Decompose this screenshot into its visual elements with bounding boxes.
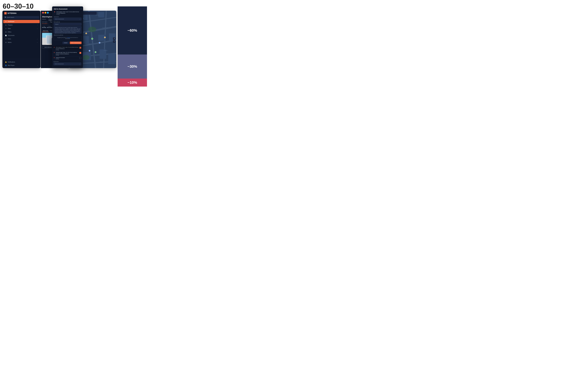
browse-link[interactable]: browse [67,37,70,38]
svg-text:MAYFAIR: MAYFAIR [95,15,99,15]
sidebar-item-user[interactable]: 👤 Max Payne › [3,64,40,67]
sidebar-item-label: Admin [8,42,36,43]
color-block-60: ~60% [118,6,147,54]
app-window: S SITENNA 🔍 Quick Search ⊟ Dashboard ⊞ P… [2,11,41,68]
sidebar-item-inbox[interactable]: ✉ Inbox ⌄ [3,37,40,41]
checklist-site-name: Gainsborough Tower 33-122 (Con) Academy … [56,52,79,55]
svg-rect-31 [113,37,115,40]
minimize-circle-icon[interactable] [44,12,46,14]
modal-1-close-button[interactable]: × [81,8,82,10]
svg-rect-19 [108,53,116,64]
chevron-down-icon: ⌄ [79,63,80,64]
svg-rect-11 [98,12,104,17]
svg-point-24 [99,42,100,43]
logo-icon: S [4,12,7,14]
pin-icon: 📍 [54,11,56,13]
svg-rect-15 [109,33,116,41]
spec-subtype: Subtype New Build [47,26,52,28]
sidebar-item-label: Offers [8,31,38,33]
user-icon: 👤 [5,64,7,66]
logo-text: SITENNA [8,12,17,14]
inbox-icon: ✉ [5,38,7,40]
search-icon: 🔍 [5,17,6,18]
tab-street-view[interactable]: Street View [42,30,49,32]
user-label: Max Payne [8,65,36,66]
sidebar-item-documents[interactable]: 📄 Documents [3,34,40,37]
color-blocks: ~60% ~30% ~10% [118,6,147,87]
assessment-select[interactable]: Select Assessment ⌄ [54,18,82,21]
add-to-assessment-confirm-button[interactable]: Add to Assessment [70,42,82,44]
checklist-item-4[interactable]: 📍 Heathrow Excelsior Rooftop [53,56,81,60]
note-textarea[interactable]: Modern antennas are used in a wide range… [54,26,82,33]
svg-point-21 [83,55,90,60]
svg-rect-17 [82,52,91,60]
sidebar-footer: 🔔 Notifications 👤 Max Payne › [2,59,41,68]
percent-10: ~10% [127,80,137,85]
dashboard-icon: ⊟ [5,21,7,22]
sidebar-item-admin[interactable]: ⚙ Admin ⌄ [3,41,40,44]
chevron-right-icon: › [37,65,38,66]
svg-point-28 [89,50,90,52]
notifications-icon: 🔔 [5,61,7,63]
modal-1-actions: Cancel Add to Assessment [54,42,82,44]
admin-icon: ⚙ [5,42,7,43]
modal-1-site-name: Sherringham Tower 1(A)-72 (Con) Baird Av… [56,11,82,14]
quick-search-bar[interactable]: 🔍 Quick Search [4,16,39,19]
checklist-item-3[interactable]: 📍 Gainsborough Tower 33-122 (Con) Academ… [53,51,81,56]
sidebar-logo: S SITENNA [2,11,41,15]
checklist-site-sub: Rooftop [56,49,79,50]
sidebar-item-dashboard[interactable]: ⊟ Dashboard [3,20,40,23]
assessment-select-2[interactable]: Select Assessment ⌄ [53,62,81,65]
documents-icon: 📄 [5,35,7,36]
offers-icon: ⊠ [5,31,7,33]
svg-point-27 [95,52,96,53]
search-label: Quick Search [7,17,14,18]
svg-point-23 [85,33,87,34]
detail-header-icons [42,12,49,14]
modal-1-header: Add to Assessment × [54,8,82,10]
checklist-item-2[interactable]: 📍 Sherringham Tower 1(A)-72 (Con) Baird … [53,46,81,51]
sidebar-item-label: Projects [8,24,36,26]
checklist-site-sub: Rooftop [56,55,79,56]
chevron-down-icon: ⌄ [79,19,80,20]
note-label: Note (optional) [54,21,82,22]
svg-text:+: + [114,38,115,39]
unchecked-icon[interactable] [79,57,81,59]
chevron-down-icon: ⌄ [48,23,49,24]
sidebar-item-projects[interactable]: ⊞ Projects › [3,23,40,27]
sidebar-item-sites[interactable]: ⊙ Sites ⌄ [3,27,40,30]
assessment-label: Assessment [54,16,82,17]
modal-1-title: Add to Assessment [54,8,67,10]
svg-point-22 [91,38,93,40]
svg-line-5 [104,11,106,68]
svg-rect-18 [100,49,106,59]
subject-input[interactable]: Subject [54,23,82,26]
spec-type: Type Rooftop [42,26,46,28]
modal-1-site-sub: Rooftop [56,14,82,15]
check-icon[interactable]: ✓ [79,52,81,54]
cancel-button[interactable]: Cancel [63,42,69,44]
close-circle-icon[interactable] [42,12,44,14]
expand-circle-icon[interactable] [47,12,49,14]
sidebar-item-label: Inbox [8,38,36,40]
svg-text:Battersea Park: Battersea Park [100,62,105,62]
svg-text:Tate Britain: Tate Britain [104,50,108,51]
color-block-10: ~10% [118,79,147,87]
attachment-drop-zone[interactable]: Drag&Drop File here or browse from the D… [54,36,82,40]
chevron-down-icon: ⌄ [37,28,38,29]
sidebar: S SITENNA 🔍 Quick Search ⊟ Dashboard ⊞ P… [2,11,41,68]
svg-text:−: − [114,41,115,42]
check-icon[interactable]: ✓ [79,47,81,49]
checklist-site-name: Sherringham Tower 1(A)-72 (Con) Baird Av… [56,47,79,49]
projects-icon: ⊞ [5,24,7,26]
svg-text:St James's Park: St James's Park [102,27,108,28]
site-owner-label: Site Owner [42,21,49,22]
sidebar-item-notifications[interactable]: 🔔 Notifications [3,60,40,63]
sites-icon: ⊙ [5,28,7,29]
checklist-site-name: Heathrow Excelsior [56,57,79,58]
modal-add-assessment-1: Add to Assessment × 📍 Sherringham Tower … [52,6,83,46]
pin-icon: 📍 [53,52,55,53]
chevron-down-icon: ⌄ [37,38,38,40]
sidebar-item-offers[interactable]: ⊠ Offers [3,30,40,33]
assessment-label-2: Assessment [53,61,81,62]
